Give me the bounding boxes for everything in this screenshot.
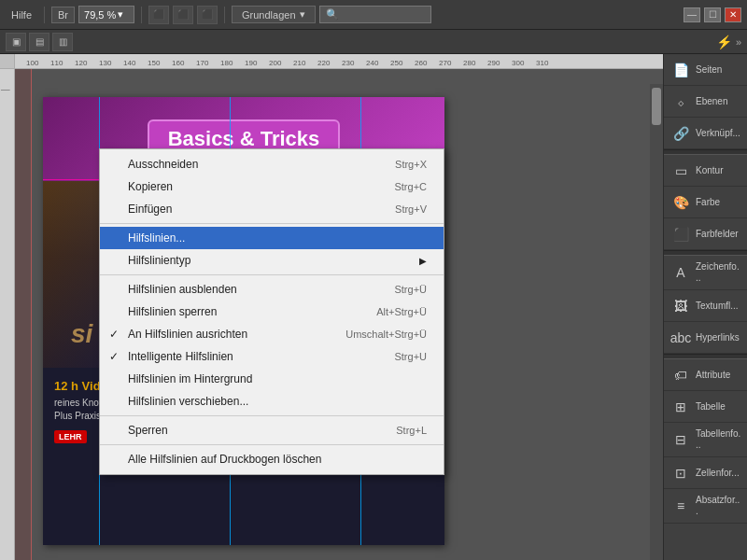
- menu-shortcut: Umschalt+Strg+Ü: [345, 329, 427, 340]
- search-icon: 🔍: [326, 8, 339, 21]
- menu-shortcut: Strg+L: [396, 425, 427, 436]
- canvas-area: 100 110 120 130 140 150 160 170 180 190 …: [0, 54, 663, 560]
- panel-item-farbfelder[interactable]: ⬛Farbfelder: [664, 218, 747, 250]
- panel-item-zeichenfo[interactable]: AZeichenfo...: [664, 256, 747, 290]
- main-toolbar: Hilfe Br 79,5 % ▾ ⬛ ⬛ ⬛ Grundlagen ▾ 🔍 —…: [0, 0, 747, 30]
- tool-icon-1[interactable]: ▣: [6, 33, 26, 51]
- menu-item-label: Hilfslinien sperren: [128, 305, 217, 318]
- context-menu-item-sperren2[interactable]: SperrenStrg+L: [100, 419, 444, 441]
- tabellenfo-icon: ⊟: [671, 430, 690, 449]
- context-menu-separator: [100, 415, 444, 416]
- context-menu-separator: [100, 444, 444, 445]
- context-menu-item-intelligent[interactable]: ✓Intelligente HilfslinienStrg+U: [100, 345, 444, 368]
- panel-item-verknuepf[interactable]: 🔗Verknüpf...: [664, 118, 747, 149]
- menu-item-label: Hilfslinien ausblenden: [128, 283, 237, 296]
- panel-item-tabelle[interactable]: ⊞Tabelle: [664, 391, 747, 423]
- tool-icon-2[interactable]: ▤: [29, 33, 49, 51]
- zeichenfo-label: Zeichenfo...: [696, 261, 741, 284]
- farbfelder-label: Farbfelder: [696, 229, 739, 240]
- textumfl-icon: 🖼: [671, 297, 690, 315]
- tabelle-icon: ⊞: [671, 398, 690, 416]
- panel-item-absatzfor[interactable]: ≡Absatzfor...: [664, 489, 747, 524]
- menu-item-label: Kopieren: [128, 180, 173, 193]
- zeichenfo-icon: A: [671, 263, 690, 282]
- close-button[interactable]: ✕: [725, 7, 741, 22]
- farbfelder-icon: ⬛: [671, 225, 690, 244]
- panel-item-kontur[interactable]: ▭Kontur: [664, 155, 747, 187]
- menu-shortcut: Strg+X: [395, 159, 427, 170]
- ruler-corner: [0, 54, 15, 69]
- context-menu: AusschneidenStrg+XKopierenStrg+CEinfügen…: [99, 148, 444, 475]
- checkmark-icon: ✓: [109, 328, 119, 341]
- menu-shortcut: Strg+V: [395, 203, 427, 215]
- menu-item-label: Einfügen: [128, 203, 172, 216]
- page-badge: LEHR: [54, 430, 87, 443]
- scroll-thumb[interactable]: [652, 88, 661, 125]
- kontur-label: Kontur: [696, 165, 723, 176]
- menu-item-label: Ausschneiden: [128, 158, 198, 171]
- context-menu-item-hintergrund[interactable]: Hilfslinien im Hintergrund: [100, 368, 444, 390]
- context-menu-item-ausrichten[interactable]: ✓An Hilfslinien ausrichtenUmschalt+Strg+…: [100, 323, 444, 345]
- zellenfor-label: Zellenfor...: [696, 468, 740, 479]
- menu-item-label: Hilfslinien...: [128, 231, 185, 245]
- panel-item-textumfl[interactable]: 🖼Textumfl...: [664, 290, 747, 322]
- panel-item-attribute[interactable]: 🏷Attribute: [664, 359, 747, 391]
- canvas-with-ruler: │ Basics & Tricks: [0, 69, 663, 560]
- menu-item-label: An Hilfslinien ausrichten: [128, 328, 247, 341]
- layout-btn3[interactable]: ⬛: [197, 6, 218, 24]
- zoom-dropdown-icon: ▾: [118, 8, 123, 21]
- minimize-button[interactable]: —: [684, 7, 700, 22]
- sep3: [224, 7, 225, 23]
- context-menu-item-loeschen[interactable]: Alle Hilfslinien auf Druckbogen löschen: [100, 448, 444, 470]
- panel-item-seiten[interactable]: 📄Seiten: [664, 54, 747, 86]
- menu-item-label: Hilfslinientyp: [128, 254, 190, 267]
- layout-btn2[interactable]: ⬛: [173, 6, 193, 24]
- ebenen-icon: ⬦: [671, 92, 690, 111]
- attribute-label: Attribute: [696, 370, 730, 381]
- panel-item-hyperlinks[interactable]: abcHyperlinks: [664, 322, 747, 354]
- arrow-icon[interactable]: »: [736, 36, 741, 48]
- panel-item-tabellenfo[interactable]: ⊟Tabellenfo...: [664, 423, 747, 457]
- context-menu-item-einfuegen[interactable]: EinfügenStrg+V: [100, 198, 444, 220]
- layout-btn1[interactable]: ⬛: [148, 6, 169, 24]
- tool-icon-3[interactable]: ▥: [52, 33, 73, 51]
- flash-icon[interactable]: ⚡: [716, 35, 732, 49]
- preset-dropdown[interactable]: Grundlagen ▾: [232, 6, 316, 23]
- search-box[interactable]: 🔍: [319, 6, 431, 23]
- sep2: [141, 7, 142, 23]
- maximize-button[interactable]: ☐: [704, 7, 721, 22]
- panel-item-ebenen[interactable]: ⬦Ebenen: [664, 86, 747, 118]
- zoom-control[interactable]: 79,5 % ▾: [78, 6, 134, 23]
- main-area: 100 110 120 130 140 150 160 170 180 190 …: [0, 54, 747, 560]
- scrollbar-vertical[interactable]: [650, 84, 663, 560]
- context-menu-item-verschieben[interactable]: Hilfslinien verschieben...: [100, 390, 444, 413]
- canvas-viewport[interactable]: Basics & Tricks si · Training 12 h Video…: [15, 69, 663, 560]
- help-menu[interactable]: Hilfe: [6, 7, 37, 22]
- context-menu-item-ausschneiden[interactable]: AusschneidenStrg+X: [100, 153, 444, 175]
- seiten-icon: 📄: [671, 61, 690, 79]
- sep1: [44, 7, 45, 23]
- context-menu-item-kopieren[interactable]: KopierenStrg+C: [100, 175, 444, 198]
- panel-item-zellenfor[interactable]: ⊡Zellenfor...: [664, 457, 747, 489]
- ruler-left: │: [0, 69, 15, 560]
- farbe-icon: 🎨: [671, 193, 690, 212]
- context-menu-item-hilfslinien[interactable]: Hilfslinien...: [100, 227, 444, 249]
- absatzfor-icon: ≡: [671, 497, 690, 515]
- bridge-button[interactable]: Br: [51, 7, 75, 23]
- menu-item-label: Intelligente Hilfslinien: [128, 350, 233, 363]
- submenu-arrow-icon: ▶: [419, 256, 427, 266]
- panel-item-farbe[interactable]: 🎨Farbe: [664, 187, 747, 218]
- verknuepf-icon: 🔗: [671, 124, 690, 143]
- ebenen-label: Ebenen: [696, 96, 727, 107]
- tabelle-label: Tabelle: [696, 401, 726, 413]
- context-menu-item-hilfslinientyp[interactable]: Hilfslinientyp▶: [100, 249, 444, 272]
- context-menu-separator: [100, 274, 444, 275]
- context-menu-item-ausblenden[interactable]: Hilfslinien ausblendenStrg+Ü: [100, 278, 444, 301]
- window-controls: — ☐ ✕: [684, 7, 741, 22]
- hyperlinks-label: Hyperlinks: [696, 332, 740, 343]
- seiten-label: Seiten: [696, 64, 722, 76]
- right-panel: 📄Seiten⬦Ebenen🔗Verknüpf...▭Kontur🎨Farbe⬛…: [663, 54, 747, 560]
- menu-shortcut: Alt+Strg+Ü: [376, 306, 427, 317]
- context-menu-item-sperren[interactable]: Hilfslinien sperrenAlt+Strg+Ü: [100, 301, 444, 323]
- menu-item-label: Hilfslinien im Hintergrund: [128, 372, 252, 385]
